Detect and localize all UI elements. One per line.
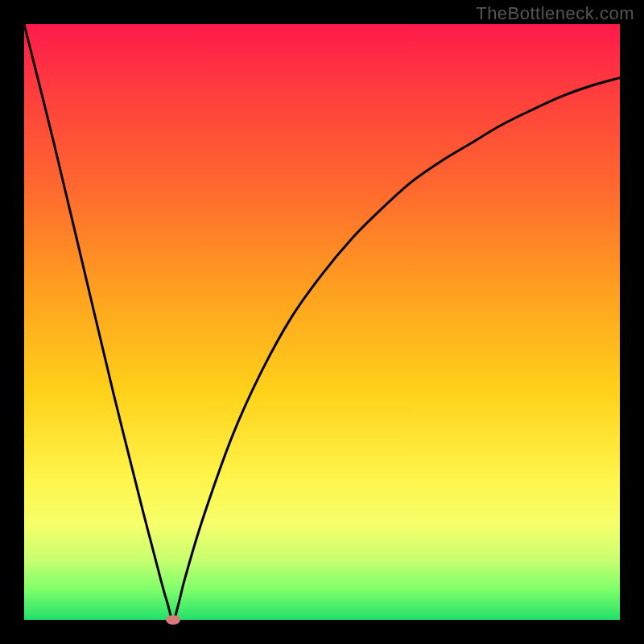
- watermark-text: TheBottleneck.com: [476, 3, 634, 24]
- bottleneck-curve-path: [24, 24, 620, 620]
- chart-frame: TheBottleneck.com: [0, 0, 644, 644]
- minimum-marker-dot: [166, 615, 180, 625]
- curve-svg: [24, 24, 620, 620]
- plot-area: [24, 24, 620, 620]
